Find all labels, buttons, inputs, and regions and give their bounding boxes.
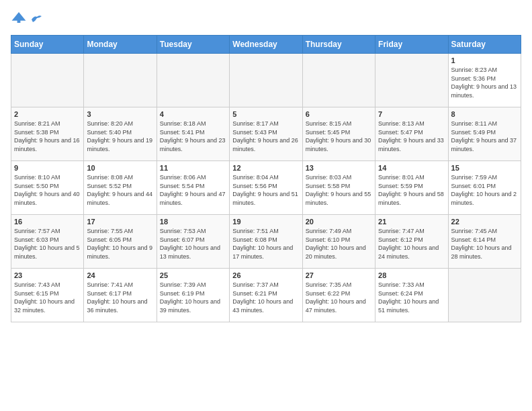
weekday-header-friday: Friday	[375, 36, 448, 54]
day-number: 23	[14, 271, 81, 279]
logo	[11, 11, 43, 27]
calendar-cell: 19Sunrise: 7:51 AM Sunset: 6:08 PM Dayli…	[230, 215, 302, 269]
calendar-cell: 6Sunrise: 8:15 AM Sunset: 5:45 PM Daylig…	[302, 107, 375, 161]
day-info: Sunrise: 7:55 AM Sunset: 6:05 PM Dayligh…	[87, 227, 153, 261]
calendar-cell	[84, 54, 157, 107]
calendar-cell: 22Sunrise: 7:45 AM Sunset: 6:14 PM Dayli…	[448, 215, 521, 269]
calendar-cell: 24Sunrise: 7:41 AM Sunset: 6:17 PM Dayli…	[84, 269, 157, 322]
day-info: Sunrise: 8:17 AM Sunset: 5:43 PM Dayligh…	[232, 120, 299, 153]
calendar-table: SundayMondayTuesdayWednesdayThursdayFrid…	[11, 35, 521, 322]
day-number: 19	[232, 218, 299, 226]
weekday-header-tuesday: Tuesday	[157, 36, 229, 54]
calendar-cell	[448, 269, 521, 322]
calendar-cell: 4Sunrise: 8:18 AM Sunset: 5:41 PM Daylig…	[157, 107, 229, 161]
day-number: 7	[378, 110, 445, 118]
day-number: 22	[451, 218, 518, 226]
day-info: Sunrise: 7:59 AM Sunset: 6:01 PM Dayligh…	[451, 173, 518, 207]
day-info: Sunrise: 8:18 AM Sunset: 5:41 PM Dayligh…	[160, 120, 226, 153]
day-info: Sunrise: 8:23 AM Sunset: 5:36 PM Dayligh…	[451, 66, 518, 99]
calendar-cell: 17Sunrise: 7:55 AM Sunset: 6:05 PM Dayli…	[84, 215, 157, 269]
day-number: 27	[306, 271, 372, 279]
calendar-cell: 8Sunrise: 8:11 AM Sunset: 5:49 PM Daylig…	[448, 107, 521, 161]
day-number: 1	[451, 56, 518, 64]
logo-icon	[11, 11, 27, 24]
calendar-cell: 25Sunrise: 7:39 AM Sunset: 6:19 PM Dayli…	[157, 269, 229, 322]
calendar-cell	[11, 54, 84, 107]
day-number: 28	[378, 271, 445, 279]
calendar-cell: 14Sunrise: 8:01 AM Sunset: 5:59 PM Dayli…	[375, 161, 448, 215]
day-info: Sunrise: 7:47 AM Sunset: 6:12 PM Dayligh…	[378, 227, 445, 261]
day-info: Sunrise: 7:45 AM Sunset: 6:14 PM Dayligh…	[451, 227, 518, 261]
day-info: Sunrise: 8:11 AM Sunset: 5:49 PM Dayligh…	[451, 120, 518, 153]
day-number: 21	[378, 218, 445, 226]
weekday-header-row: SundayMondayTuesdayWednesdayThursdayFrid…	[11, 36, 521, 54]
weekday-header-sunday: Sunday	[11, 36, 84, 54]
calendar-cell: 3Sunrise: 8:20 AM Sunset: 5:40 PM Daylig…	[84, 107, 157, 161]
day-number: 2	[14, 110, 81, 118]
calendar-cell: 12Sunrise: 8:04 AM Sunset: 5:56 PM Dayli…	[230, 161, 302, 215]
day-info: Sunrise: 8:03 AM Sunset: 5:58 PM Dayligh…	[306, 173, 372, 207]
calendar-cell	[157, 54, 229, 107]
day-info: Sunrise: 8:08 AM Sunset: 5:52 PM Dayligh…	[87, 173, 153, 207]
calendar-cell: 13Sunrise: 8:03 AM Sunset: 5:58 PM Dayli…	[302, 161, 375, 215]
week-row-5: 23Sunrise: 7:43 AM Sunset: 6:15 PM Dayli…	[11, 269, 521, 322]
calendar-cell: 27Sunrise: 7:35 AM Sunset: 6:22 PM Dayli…	[302, 269, 375, 322]
calendar-cell: 20Sunrise: 7:49 AM Sunset: 6:10 PM Dayli…	[302, 215, 375, 269]
weekday-header-wednesday: Wednesday	[230, 36, 302, 54]
header	[11, 11, 521, 27]
day-number: 18	[160, 218, 226, 226]
day-number: 13	[306, 164, 372, 172]
day-info: Sunrise: 7:37 AM Sunset: 6:21 PM Dayligh…	[232, 281, 299, 314]
calendar-cell: 23Sunrise: 7:43 AM Sunset: 6:15 PM Dayli…	[11, 269, 84, 322]
calendar-cell: 15Sunrise: 7:59 AM Sunset: 6:01 PM Dayli…	[448, 161, 521, 215]
day-number: 5	[232, 110, 299, 118]
day-info: Sunrise: 8:06 AM Sunset: 5:54 PM Dayligh…	[160, 173, 226, 207]
day-info: Sunrise: 8:01 AM Sunset: 5:59 PM Dayligh…	[378, 173, 445, 207]
calendar-cell	[302, 54, 375, 107]
week-row-3: 9Sunrise: 8:10 AM Sunset: 5:50 PM Daylig…	[11, 161, 521, 215]
calendar-cell: 16Sunrise: 7:57 AM Sunset: 6:03 PM Dayli…	[11, 215, 84, 269]
week-row-2: 2Sunrise: 8:21 AM Sunset: 5:38 PM Daylig…	[11, 107, 521, 161]
day-number: 3	[87, 110, 153, 118]
calendar-cell: 18Sunrise: 7:53 AM Sunset: 6:07 PM Dayli…	[157, 215, 229, 269]
day-info: Sunrise: 7:39 AM Sunset: 6:19 PM Dayligh…	[160, 281, 226, 314]
day-number: 25	[160, 271, 226, 279]
day-number: 12	[232, 164, 299, 172]
calendar-cell: 11Sunrise: 8:06 AM Sunset: 5:54 PM Dayli…	[157, 161, 229, 215]
week-row-1: 1Sunrise: 8:23 AM Sunset: 5:36 PM Daylig…	[11, 54, 521, 107]
day-info: Sunrise: 7:33 AM Sunset: 6:24 PM Dayligh…	[378, 281, 445, 314]
svg-rect-1	[17, 19, 21, 23]
day-number: 15	[451, 164, 518, 172]
calendar-cell: 9Sunrise: 8:10 AM Sunset: 5:50 PM Daylig…	[11, 161, 84, 215]
calendar-cell: 2Sunrise: 8:21 AM Sunset: 5:38 PM Daylig…	[11, 107, 84, 161]
calendar-cell: 7Sunrise: 8:13 AM Sunset: 5:47 PM Daylig…	[375, 107, 448, 161]
day-info: Sunrise: 8:21 AM Sunset: 5:38 PM Dayligh…	[14, 120, 81, 153]
day-info: Sunrise: 8:04 AM Sunset: 5:56 PM Dayligh…	[232, 173, 299, 207]
day-info: Sunrise: 8:15 AM Sunset: 5:45 PM Dayligh…	[306, 120, 372, 153]
day-number: 20	[306, 218, 372, 226]
day-number: 11	[160, 164, 226, 172]
weekday-header-thursday: Thursday	[302, 36, 375, 54]
calendar-cell	[375, 54, 448, 107]
day-number: 8	[451, 110, 518, 118]
calendar-cell: 28Sunrise: 7:33 AM Sunset: 6:24 PM Dayli…	[375, 269, 448, 322]
day-info: Sunrise: 7:41 AM Sunset: 6:17 PM Dayligh…	[87, 281, 153, 314]
calendar-cell: 1Sunrise: 8:23 AM Sunset: 5:36 PM Daylig…	[448, 54, 521, 107]
calendar-cell	[230, 54, 302, 107]
day-info: Sunrise: 7:51 AM Sunset: 6:08 PM Dayligh…	[232, 227, 299, 261]
weekday-header-monday: Monday	[84, 36, 157, 54]
day-number: 10	[87, 164, 153, 172]
day-number: 26	[232, 271, 299, 279]
calendar-cell: 5Sunrise: 8:17 AM Sunset: 5:43 PM Daylig…	[230, 107, 302, 161]
day-info: Sunrise: 7:57 AM Sunset: 6:03 PM Dayligh…	[14, 227, 81, 261]
day-number: 9	[14, 164, 81, 172]
day-number: 4	[160, 110, 226, 118]
calendar-cell: 26Sunrise: 7:37 AM Sunset: 6:21 PM Dayli…	[230, 269, 302, 322]
day-info: Sunrise: 7:35 AM Sunset: 6:22 PM Dayligh…	[306, 281, 372, 314]
day-number: 17	[87, 218, 153, 226]
logo-bird-icon	[30, 14, 42, 24]
weekday-header-saturday: Saturday	[448, 36, 521, 54]
day-info: Sunrise: 7:53 AM Sunset: 6:07 PM Dayligh…	[160, 227, 226, 261]
day-number: 16	[14, 218, 81, 226]
day-info: Sunrise: 8:10 AM Sunset: 5:50 PM Dayligh…	[14, 173, 81, 207]
